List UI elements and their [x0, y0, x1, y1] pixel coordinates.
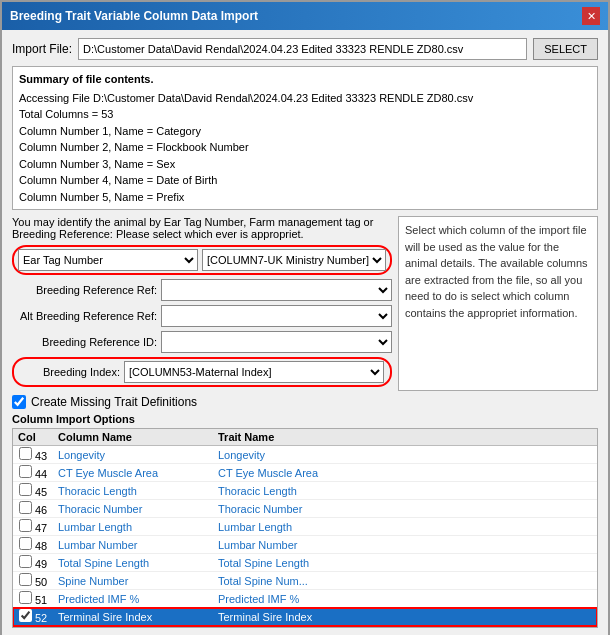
col-number: 52 [32, 612, 47, 624]
table-header-row: Col Column Name Trait Name [13, 429, 597, 446]
col-number: 48 [32, 540, 47, 552]
row-checkbox[interactable] [19, 573, 32, 586]
breeding-ref-id-label: Breeding Reference ID: [12, 336, 157, 348]
create-missing-label: Create Missing Trait Definitions [31, 395, 197, 409]
summary-box: Summary of file contents. Accessing File… [12, 66, 598, 210]
col-number: 44 [32, 468, 47, 480]
trait-name-cell: Thoracic Number [213, 500, 597, 518]
summary-line-4: Column Number 3, Name = Sex [19, 156, 591, 173]
col-number: 47 [32, 522, 47, 534]
trait-name-cell: Maternal Index [213, 626, 597, 629]
breeding-index-select[interactable]: [COLUMN53-Maternal Index] [124, 361, 384, 383]
trait-header: Trait Name [213, 429, 597, 446]
row-checkbox[interactable] [19, 483, 32, 496]
col-number: 51 [32, 594, 47, 606]
col-number: 50 [32, 576, 47, 588]
col-name-cell: Thoracic Length [53, 482, 213, 500]
select-button[interactable]: SELECT [533, 38, 598, 60]
breeding-ref-id-select[interactable] [161, 331, 392, 353]
trait-name-cell: Lumbar Number [213, 536, 597, 554]
summary-line-2: Column Number 1, Name = Category [19, 123, 591, 140]
table-row[interactable]: 53Maternal IndexMaternal Index [13, 626, 597, 629]
trait-name-cell: Total Spine Length [213, 554, 597, 572]
col-name-cell: Total Spine Length [53, 554, 213, 572]
trait-name-cell: Longevity [213, 446, 597, 464]
row-checkbox[interactable] [19, 627, 32, 628]
breeding-index-label: Breeding Index: [20, 366, 120, 378]
column-table: Col Column Name Trait Name 43LongevityLo… [13, 429, 597, 628]
close-button[interactable]: ✕ [582, 7, 600, 25]
summary-line-0: Accessing File D:\Customer Data\David Re… [19, 90, 591, 107]
column-table-container: Col Column Name Trait Name 43LongevityLo… [12, 428, 598, 628]
summary-line-1: Total Columns = 53 [19, 106, 591, 123]
summary-line-6: Column Number 5, Name = Prefix [19, 189, 591, 206]
alt-breeding-ref-select[interactable] [161, 305, 392, 327]
row-checkbox[interactable] [19, 501, 32, 514]
summary-title: Summary of file contents. [19, 71, 591, 88]
trait-name-cell: Terminal Sire Index [213, 608, 597, 626]
col-number: 45 [32, 486, 47, 498]
table-row[interactable]: 47Lumbar LengthLumbar Length [13, 518, 597, 536]
col-name-cell: Lumbar Length [53, 518, 213, 536]
import-file-row: Import File: SELECT [12, 38, 598, 60]
colname-header: Column Name [53, 429, 213, 446]
col-name-cell: Longevity [53, 446, 213, 464]
col-name-cell: Maternal Index [53, 626, 213, 629]
table-row[interactable]: 49Total Spine LengthTotal Spine Length [13, 554, 597, 572]
summary-line-5: Column Number 4, Name = Date of Birth [19, 172, 591, 189]
col-number: 43 [32, 450, 47, 462]
ear-tag-row: Ear Tag Number [COLUMN7-UK Ministry Numb… [12, 245, 392, 275]
trait-name-cell: Total Spine Num... [213, 572, 597, 590]
column-import-options-label: Column Import Options [12, 413, 598, 425]
col-name-cell: Thoracic Number [53, 500, 213, 518]
trait-name-cell: CT Eye Muscle Area [213, 464, 597, 482]
col-number: 49 [32, 558, 47, 570]
row-checkbox[interactable] [19, 591, 32, 604]
file-path-input[interactable] [78, 38, 527, 60]
breeding-ref-select[interactable] [161, 279, 392, 301]
table-row[interactable]: 51Predicted IMF %Predicted IMF % [13, 590, 597, 608]
table-row[interactable]: 43LongevityLongevity [13, 446, 597, 464]
two-col-section: You may identify the animal by Ear Tag N… [12, 216, 598, 391]
trait-name-cell: Thoracic Length [213, 482, 597, 500]
info-text: Select which column of the import file w… [405, 224, 588, 319]
col-name-cell: Lumbar Number [53, 536, 213, 554]
ear-tag-column-select[interactable]: [COLUMN7-UK Ministry Number] [202, 249, 386, 271]
left-col: You may identify the animal by Ear Tag N… [12, 216, 392, 391]
breeding-index-row: Breeding Index: [COLUMN53-Maternal Index… [12, 357, 392, 387]
col-name-cell: Spine Number [53, 572, 213, 590]
row-checkbox[interactable] [19, 609, 32, 622]
table-row[interactable]: 48Lumbar NumberLumbar Number [13, 536, 597, 554]
create-missing-row: Create Missing Trait Definitions [12, 395, 598, 409]
window-title: Breeding Trait Variable Column Data Impo… [10, 9, 258, 23]
col-name-cell: Terminal Sire Index [53, 608, 213, 626]
main-window: Breeding Trait Variable Column Data Impo… [0, 0, 610, 635]
breeding-ref-label: Breeding Reference Ref: [12, 284, 157, 296]
table-row[interactable]: 45Thoracic LengthThoracic Length [13, 482, 597, 500]
alt-breeding-ref-label: Alt Breeding Reference Ref: [12, 310, 157, 322]
trait-name-cell: Predicted IMF % [213, 590, 597, 608]
summary-line-3: Column Number 2, Name = Flockbook Number [19, 139, 591, 156]
row-checkbox[interactable] [19, 519, 32, 532]
info-panel: Select which column of the import file w… [398, 216, 598, 391]
col-name-cell: Predicted IMF % [53, 590, 213, 608]
create-missing-checkbox[interactable] [12, 395, 26, 409]
ear-tag-select[interactable]: Ear Tag Number [18, 249, 198, 271]
table-row[interactable]: 52Terminal Sire IndexTerminal Sire Index [13, 608, 597, 626]
col-name-cell: CT Eye Muscle Area [53, 464, 213, 482]
table-row[interactable]: 44CT Eye Muscle AreaCT Eye Muscle Area [13, 464, 597, 482]
table-row[interactable]: 50Spine NumberTotal Spine Num... [13, 572, 597, 590]
trait-name-cell: Lumbar Length [213, 518, 597, 536]
row-checkbox[interactable] [19, 555, 32, 568]
row-checkbox[interactable] [19, 447, 32, 460]
col-number: 46 [32, 504, 47, 516]
row-checkbox[interactable] [19, 537, 32, 550]
alt-breeding-ref-row: Alt Breeding Reference Ref: [12, 305, 392, 327]
breeding-ref-row: Breeding Reference Ref: [12, 279, 392, 301]
row-checkbox[interactable] [19, 465, 32, 478]
title-bar: Breeding Trait Variable Column Data Impo… [2, 2, 608, 30]
import-file-label: Import File: [12, 42, 72, 56]
breeding-ref-id-row: Breeding Reference ID: [12, 331, 392, 353]
identification-note: You may identify the animal by Ear Tag N… [12, 216, 392, 240]
table-row[interactable]: 46Thoracic NumberThoracic Number [13, 500, 597, 518]
